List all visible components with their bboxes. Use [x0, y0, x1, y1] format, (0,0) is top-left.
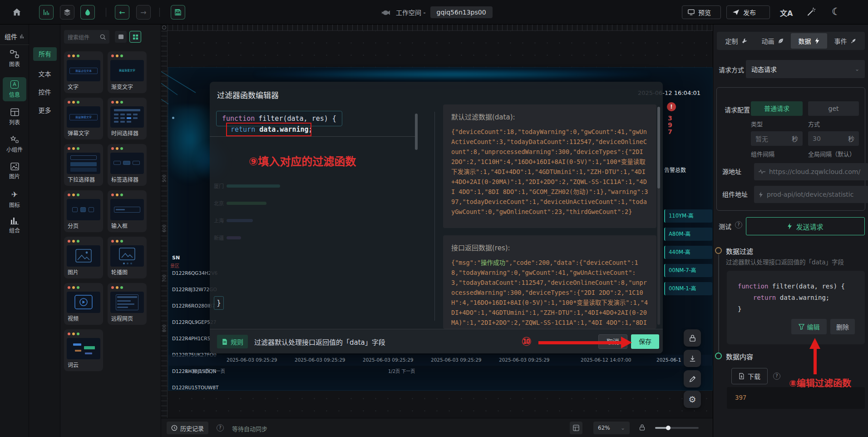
- pagination-fragment[interactable]: 1/2页 下一页: [388, 367, 415, 374]
- layers-button[interactable]: [60, 5, 74, 20]
- closing-brace: }: [214, 296, 224, 310]
- lock-action-button[interactable]: [684, 329, 701, 347]
- undo-button[interactable]: ←: [115, 5, 129, 20]
- sidebar-item-images[interactable]: 图片: [3, 163, 26, 180]
- tab-more[interactable]: 更多: [29, 105, 60, 114]
- component-card-gradient-text[interactable]: 我是渐变文字 渐变文字: [108, 51, 147, 93]
- edit-filter-button[interactable]: 编辑: [791, 319, 827, 334]
- component-card-word-cloud[interactable]: 词云: [64, 329, 103, 371]
- sidebar-item-widgets[interactable]: 小组件: [3, 135, 26, 153]
- component-card-tag-select[interactable]: 标签选择器: [108, 144, 147, 186]
- layout-toggle-button[interactable]: [570, 422, 582, 434]
- download-action-button[interactable]: [684, 350, 701, 367]
- list-view-button[interactable]: [115, 31, 127, 43]
- request-verb-pill[interactable]: get: [808, 101, 859, 116]
- pulse-icon: [759, 169, 765, 174]
- components-header: 组件: [5, 32, 25, 41]
- window-dots-icon: [111, 101, 123, 104]
- search-input[interactable]: 搜索组件: [64, 30, 109, 44]
- dark-mode-moon-icon[interactable]: ☾: [832, 6, 841, 17]
- component-card-select[interactable]: 下拉选择器: [64, 144, 103, 186]
- window-dots-icon: [111, 286, 123, 289]
- request-type-pill[interactable]: 普通请求: [751, 101, 803, 116]
- chart-panel-button[interactable]: [39, 5, 54, 20]
- zoom-slider[interactable]: [655, 427, 699, 429]
- publish-button[interactable]: 发布: [726, 5, 770, 19]
- zoom-select[interactable]: 62% ⌄: [593, 422, 630, 434]
- delete-filter-button[interactable]: 删除: [830, 319, 855, 334]
- component-card-danmaku-text[interactable]: 我是弹幕文字 弹幕文字: [64, 98, 103, 139]
- component-card-image[interactable]: 图片: [64, 237, 103, 278]
- publish-label: 发布: [743, 8, 756, 17]
- language-icon[interactable]: 文A: [780, 7, 793, 18]
- sn-column-header: SN: [172, 255, 180, 261]
- edit-action-button[interactable]: [684, 370, 701, 387]
- ruler-number: 700: [162, 274, 167, 282]
- bar-chart-icon: [43, 9, 50, 16]
- source-url-input[interactable]: https://cloud.zqwlcloud.com/: [754, 163, 868, 180]
- component-panel: 搜索组件 我是占位文本 文字 我是渐变文字 渐变文字 我是弹幕文字 弹幕文字: [60, 25, 161, 437]
- tab-customize[interactable]: 定制: [718, 33, 755, 49]
- component-card-remote-page[interactable]: 远程网页: [108, 283, 147, 325]
- help-icon[interactable]: ?: [735, 221, 742, 228]
- sidebar-item-icons[interactable]: ✈ 图标: [3, 190, 26, 209]
- sidebar-item-charts[interactable]: 图表: [3, 50, 26, 68]
- grid-view-button[interactable]: [129, 31, 141, 43]
- save-filter-button[interactable]: 保存: [631, 334, 659, 349]
- component-card-carousel[interactable]: 轮播图: [108, 237, 147, 278]
- api-response-panel: 接口返回数据(res): {"msg":"操作成功","code":200,"d…: [443, 235, 656, 329]
- tab-data[interactable]: 数据: [791, 33, 827, 49]
- component-preview: [110, 153, 144, 174]
- function-signature: filter(data, res) {: [258, 114, 336, 123]
- component-card-input[interactable]: 输入框: [108, 190, 147, 232]
- workspace-id[interactable]: gqiq56n13ps00: [430, 6, 493, 18]
- image-placeholder-icon: [67, 245, 100, 267]
- component-card-text[interactable]: 我是占位文本 文字: [64, 51, 103, 93]
- settings-action-button[interactable]: ⚙: [684, 391, 701, 408]
- save-button[interactable]: [171, 5, 185, 20]
- preview-button[interactable]: 预览: [682, 5, 721, 19]
- zoom-lock-icon[interactable]: [639, 424, 646, 431]
- window-dots-icon: [111, 147, 123, 150]
- tab-all[interactable]: 所有: [33, 47, 57, 61]
- home-icon[interactable]: [12, 7, 22, 17]
- sync-status: 等待自动同步: [232, 424, 267, 433]
- sidebar-item-table[interactable]: 列表: [3, 108, 26, 126]
- component-label: 分页: [68, 222, 79, 229]
- component-preview: [110, 199, 144, 220]
- help-icon[interactable]: ?: [773, 372, 780, 380]
- history-button[interactable]: 历史记录: [167, 422, 208, 434]
- sidebar-item-label: 小组件: [6, 147, 23, 153]
- global-interval-field[interactable]: 30秒: [808, 131, 859, 146]
- theme-droplet-button[interactable]: [80, 5, 95, 20]
- download-data-button[interactable]: 下载: [731, 368, 768, 384]
- sidebar-item-combos[interactable]: 组合: [3, 217, 26, 234]
- send-request-button[interactable]: 发送请求: [746, 217, 865, 235]
- editor-scrollbar[interactable]: [415, 114, 418, 286]
- tab-text[interactable]: 文本: [29, 69, 60, 78]
- ruler-number: 500: [162, 174, 167, 182]
- fish-icon: [381, 9, 391, 16]
- zoom-slider-handle[interactable]: [666, 426, 671, 430]
- pagination-fragment[interactable]: 1—第 1/2页 下一页: [185, 367, 225, 374]
- component-card-pagination[interactable]: 分页: [64, 190, 103, 232]
- redo-button[interactable]: →: [136, 5, 151, 20]
- timeline-line: [718, 254, 719, 355]
- help-icon[interactable]: ?: [217, 424, 224, 432]
- star-widget-icon: [3, 135, 26, 144]
- image-icon: [3, 163, 26, 170]
- request-method-select[interactable]: 动态请求 ⌄: [746, 60, 865, 78]
- component-url-input[interactable]: prod-api/iot/device/statistic: [754, 186, 868, 203]
- component-card-time-picker[interactable]: 时间选择器: [108, 98, 147, 139]
- magic-wand-icon[interactable]: [806, 7, 816, 17]
- component-preview: [67, 338, 100, 359]
- tab-animation[interactable]: 动画: [755, 33, 791, 49]
- sidebar-item-info[interactable]: A 信息: [3, 77, 26, 101]
- topbar-separator: [159, 8, 160, 17]
- send-icon: [732, 9, 740, 15]
- component-interval-field[interactable]: 暂无秒: [751, 131, 803, 146]
- tab-controls[interactable]: 控件: [29, 87, 60, 96]
- tab-events[interactable]: 事件: [827, 33, 863, 49]
- modal-scrollbar[interactable]: [657, 107, 660, 325]
- component-card-video[interactable]: 视频: [64, 283, 103, 325]
